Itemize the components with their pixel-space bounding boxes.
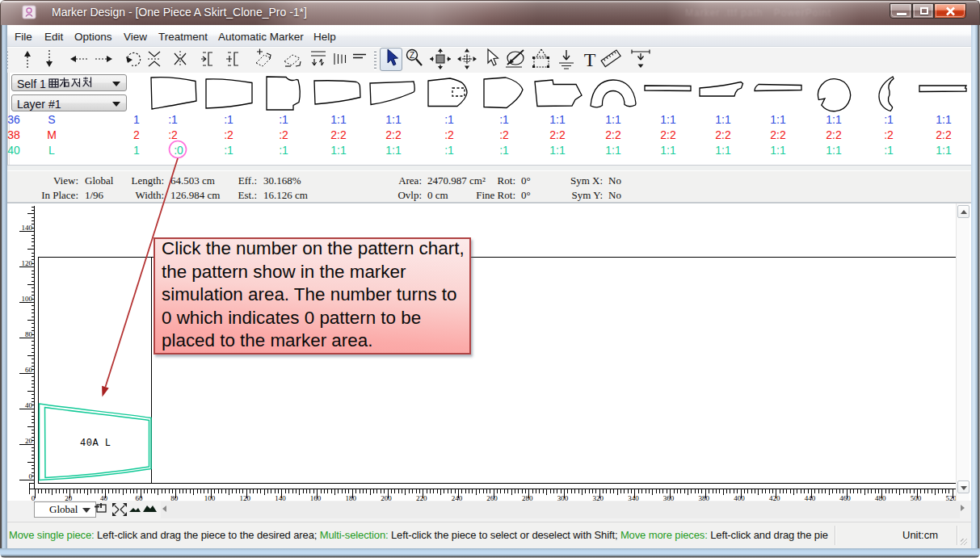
svg-text:120: 120 [22,259,33,267]
svg-text:140: 140 [22,224,33,232]
svg-text:Z: Z [410,51,414,60]
svg-text:T: T [584,49,596,70]
svg-text:80: 80 [25,330,33,338]
svg-text:60: 60 [25,366,33,374]
svg-text:100: 100 [22,295,33,303]
